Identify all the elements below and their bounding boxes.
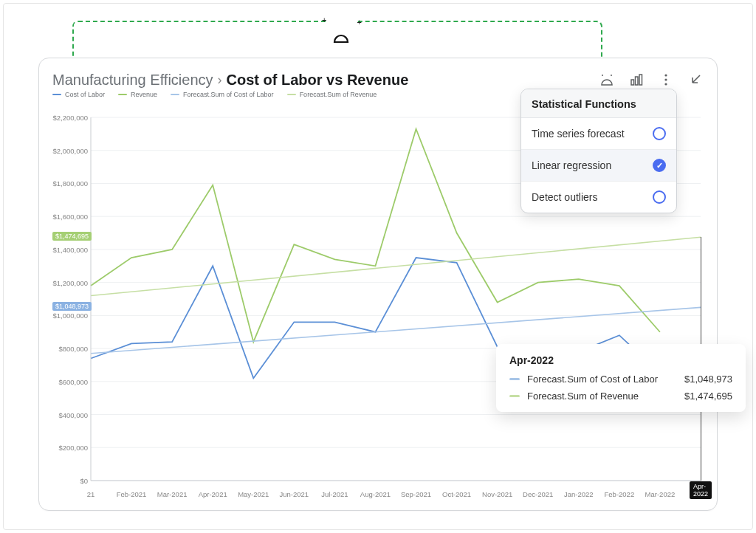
- x-tick-label: Mar-2021: [157, 490, 188, 498]
- y-tick-label: $200,000: [47, 444, 88, 452]
- card-header: Manufacturing Efficiency › Cost of Labor…: [52, 69, 704, 91]
- header-actions: [599, 72, 704, 88]
- chart-legend: Cost of Labor Revenue Forecast.Sum of Co…: [52, 91, 377, 98]
- svg-point-0: [611, 75, 612, 76]
- y-tick-label: $1,200,000: [47, 278, 88, 286]
- tooltip-row-value: $1,048,973: [684, 374, 732, 385]
- popover-option-forecast[interactable]: Time series forecast: [521, 118, 676, 149]
- y-tick-label: $1,600,000: [47, 213, 88, 221]
- tooltip-title: Apr-2022: [509, 354, 732, 366]
- svg-rect-3: [636, 77, 639, 85]
- y-tick-label: $600,000: [47, 377, 88, 385]
- y-tick-label: $0: [47, 477, 88, 485]
- x-tick-label: Oct-2021: [442, 490, 471, 498]
- x-tick-label: Jul-2021: [321, 490, 348, 498]
- y-tick-label: $2,000,000: [47, 146, 88, 154]
- y-tick-label: $1,400,000: [47, 245, 88, 253]
- breadcrumb-root[interactable]: Manufacturing Efficiency: [52, 72, 213, 89]
- legend-label: Revenue: [131, 91, 157, 98]
- legend-item[interactable]: Forecast.Sum of Cost of Labor: [171, 91, 274, 98]
- x-tick-label: Jan-2022: [564, 490, 594, 498]
- svg-point-5: [664, 74, 667, 76]
- forecast-value-tag-revenue: $1,474,695: [52, 232, 92, 241]
- radio-checked-icon: [653, 159, 666, 172]
- popover-option-outliers[interactable]: Detect outliers: [521, 181, 676, 213]
- y-tick-label: $1,000,000: [47, 312, 88, 320]
- x-tick-label: Sep-2021: [401, 490, 431, 498]
- stat-functions-popover: Statistical Functions Time series foreca…: [520, 89, 677, 213]
- legend-label: Cost of Labor: [65, 91, 105, 98]
- series-swatch-icon: [509, 378, 520, 380]
- popover-option-label: Linear regression: [532, 159, 611, 171]
- x-tick-label: May-2021: [238, 490, 269, 498]
- tooltip-row: Forecast.Sum of Revenue $1,474,695: [509, 391, 732, 402]
- x-tick-label: Dec-2021: [523, 490, 553, 498]
- svg-rect-4: [639, 75, 642, 85]
- legend-item[interactable]: Cost of Labor: [52, 91, 105, 98]
- svg-line-21: [91, 237, 701, 295]
- bell-icon: ++: [326, 21, 356, 50]
- hover-tooltip: Apr-2022 Forecast.Sum of Cost of Labor $…: [496, 344, 746, 412]
- svg-point-1: [602, 75, 603, 76]
- legend-label: Forecast.Sum of Cost of Labor: [183, 91, 274, 98]
- popover-option-label: Time series forecast: [532, 128, 625, 140]
- x-tick-label: Feb-2022: [605, 490, 635, 498]
- popover-title: Statistical Functions: [521, 89, 676, 118]
- tooltip-row-label: Forecast.Sum of Revenue: [527, 391, 639, 402]
- bar-chart-icon[interactable]: [628, 72, 645, 88]
- tooltip-row: Forecast.Sum of Cost of Labor $1,048,973: [509, 374, 732, 385]
- x-tick-label: Aug-2021: [360, 490, 391, 498]
- breadcrumb-separator: ›: [218, 72, 222, 88]
- tooltip-row-value: $1,474,695: [684, 391, 732, 402]
- tooltip-row-label: Forecast.Sum of Cost of Labor: [527, 374, 658, 385]
- radio-unchecked-icon: [653, 127, 666, 140]
- series-swatch-icon: [509, 395, 520, 397]
- radio-unchecked-icon: [653, 190, 666, 204]
- y-tick-label: $2,200,000: [47, 114, 88, 122]
- hover-x-tag: Apr-2022: [690, 481, 712, 499]
- legend-label: Forecast.Sum of Revenue: [300, 91, 377, 98]
- x-tick-label: 21: [87, 490, 95, 498]
- x-tick-label: Mar-2022: [645, 490, 676, 498]
- y-tick-label: $1,800,000: [47, 179, 88, 188]
- y-tick-label: $800,000: [47, 345, 88, 353]
- x-tick-label: Jun-2021: [280, 490, 309, 498]
- x-tick-label: Feb-2021: [117, 490, 147, 498]
- x-tick-label: Nov-2021: [482, 490, 512, 498]
- more-icon[interactable]: [658, 72, 674, 88]
- breadcrumb-leaf: Cost of Labor vs Revenue: [227, 72, 409, 89]
- collapse-icon[interactable]: [687, 72, 704, 88]
- svg-rect-2: [631, 80, 634, 85]
- legend-item[interactable]: Forecast.Sum of Revenue: [287, 91, 377, 98]
- alert-icon[interactable]: [599, 72, 615, 88]
- popover-option-linear-regression[interactable]: Linear regression: [521, 149, 676, 181]
- svg-point-6: [664, 78, 667, 80]
- popover-option-label: Detect outliers: [532, 191, 597, 203]
- legend-item[interactable]: Revenue: [118, 91, 157, 98]
- svg-point-7: [664, 83, 667, 85]
- y-tick-label: $400,000: [47, 410, 88, 419]
- forecast-value-tag-cost: $1,048,973: [52, 302, 92, 311]
- x-tick-label: Apr-2021: [199, 490, 227, 498]
